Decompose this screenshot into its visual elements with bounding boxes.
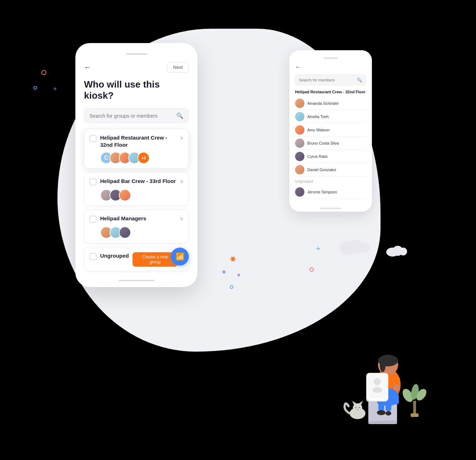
search-input[interactable]: [89, 113, 176, 119]
group-checkbox-3[interactable]: [89, 216, 97, 223]
group-checkbox-2[interactable]: [89, 178, 97, 186]
phone2-search-container: 🔍: [295, 75, 366, 85]
member-avatar-5: [295, 165, 304, 174]
phone2-search-input[interactable]: [299, 78, 357, 82]
group-item-3: Helipad Managers ∨: [84, 210, 189, 243]
ungrouped-checkbox[interactable]: [89, 253, 97, 260]
group-name-1: Helipad Restaurant Crew - 32nd Floor: [100, 134, 180, 148]
chevron-icon-3[interactable]: ∨: [180, 216, 183, 221]
search-container: 🔍: [84, 108, 189, 123]
phone2-notch: [323, 57, 338, 59]
search-icon: 🔍: [176, 112, 183, 119]
member-name-3: Bruno Costa Silva: [307, 141, 339, 145]
svg-rect-8: [378, 401, 384, 412]
deco-circle-3: [309, 267, 314, 272]
group-item-1: Helipad Restaurant Crew - 32nd Floor ∨ C…: [84, 129, 189, 169]
svg-rect-19: [413, 401, 416, 415]
phone2-search-icon: 🔍: [357, 78, 362, 83]
phone2-group-header: Helipad Restaurant Crew - 32nd Floor: [295, 90, 366, 94]
phone-main: ← Next Who will use this kiosk? 🔍 Helipa…: [75, 43, 197, 287]
avatar-7: [119, 189, 131, 201]
ungrouped-member-avatar-0: [295, 187, 304, 197]
member-row-0: Amanda Schinder: [295, 97, 366, 110]
member-name-5: Daniel Gonzalez: [307, 168, 336, 172]
svg-point-30: [359, 407, 360, 408]
page-title: Who will use this kiosk?: [84, 79, 189, 101]
svg-rect-9: [386, 401, 391, 412]
phone2-members-list: Amanda Schinder Amelia Tseh Amy Watson B…: [295, 97, 366, 177]
svg-point-10: [377, 410, 386, 415]
avatar-row-2: [100, 189, 183, 201]
chevron-icon-1[interactable]: ∨: [180, 135, 183, 141]
svg-point-31: [358, 421, 415, 428]
svg-point-16: [374, 378, 381, 385]
svg-point-26: [353, 403, 362, 413]
member-avatar-0: [295, 99, 304, 108]
avatar-10: [119, 226, 131, 239]
phone-notch: [126, 53, 147, 55]
ungrouped-member-name-0: Jerome Simpson: [307, 190, 337, 194]
member-row-2: Amy Watson: [295, 123, 366, 137]
next-button[interactable]: Next: [167, 62, 189, 72]
phone2-home-indicator: [320, 208, 341, 209]
ungrouped-label: Ungrouped: [100, 252, 129, 259]
deco-plus-1: +: [53, 85, 57, 93]
member-name-1: Amelia Tseh: [307, 114, 329, 119]
svg-rect-24: [411, 413, 419, 417]
avatar-plus: +2: [137, 152, 150, 164]
member-row-5: Daniel Gonzalez: [295, 163, 366, 177]
illustration: [297, 295, 440, 438]
chevron-icon-2[interactable]: ∨: [180, 178, 183, 184]
member-name-0: Amanda Schinder: [307, 101, 339, 105]
wifi-icon: 📶: [176, 252, 185, 261]
svg-point-17: [372, 387, 382, 393]
group-name-3: Helipad Managers: [100, 215, 180, 222]
group-checkbox-1[interactable]: [89, 135, 97, 142]
cloud-group: [340, 237, 372, 255]
phone2-ungrouped-label: Ungrouped: [295, 179, 366, 183]
ungrouped-member-row-0: Jerome Simpson: [295, 186, 366, 199]
cloud-group-2: [386, 244, 408, 257]
phone-home-indicator: [118, 280, 154, 281]
member-avatar-4: [295, 152, 304, 161]
svg-point-18: [393, 384, 400, 391]
member-avatar-1: [295, 112, 304, 121]
avatar-row-1: C +2: [100, 152, 183, 164]
deco-circle-4: [230, 285, 233, 289]
back-button[interactable]: ←: [84, 63, 91, 71]
member-row-4: Cyrus Ratis: [295, 150, 366, 163]
phone2-back-button[interactable]: ←: [295, 64, 366, 70]
wifi-fab[interactable]: 📶: [171, 248, 189, 266]
group-item-2: Helipad Bar Crew - 33rd Floor ∨: [84, 172, 189, 206]
svg-point-11: [386, 411, 391, 416]
deco-star-3: ✱: [237, 273, 241, 278]
svg-point-29: [355, 407, 356, 408]
member-name-4: Cyrus Ratis: [307, 154, 328, 159]
member-row-1: Amelia Tseh: [295, 110, 366, 123]
deco-plus-2: +: [316, 244, 321, 253]
member-avatar-3: [295, 139, 304, 148]
svg-rect-15: [368, 375, 387, 398]
member-row-3: Bruno Costa Silva: [295, 137, 366, 150]
group-name-2: Helipad Bar Crew - 33rd Floor: [100, 178, 180, 185]
phone-secondary: ← 🔍 Helipad Restaurant Crew - 32nd Floor…: [289, 50, 372, 212]
svg-point-5: [380, 358, 386, 372]
member-avatar-2: [295, 125, 304, 135]
avatar-row-3: [100, 226, 183, 239]
scene: + ✱ ✱ ✱ + ← Next Who will use this kiosk…: [0, 0, 476, 460]
member-name-2: Amy Watson: [307, 128, 330, 132]
deco-star-2: ✱: [222, 269, 226, 275]
phone-header: ← Next: [84, 62, 189, 72]
